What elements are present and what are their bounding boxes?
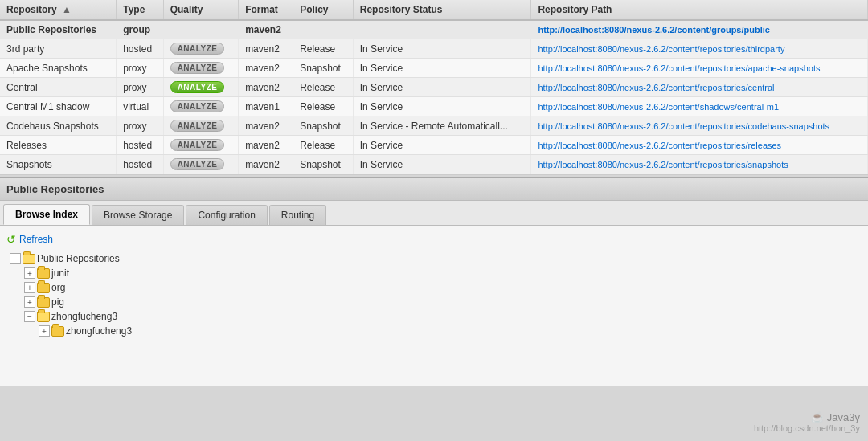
tree-node-label: pig xyxy=(51,296,64,308)
cell-path[interactable]: http://localhost:8080/nexus-2.6.2/conten… xyxy=(531,39,868,59)
table-header-row: Repository ▲ Type Quality Format Policy … xyxy=(0,0,868,20)
table-row[interactable]: Public Repositoriesgroupmaven2http://loc… xyxy=(0,20,868,39)
cell-type: hosted xyxy=(117,155,163,174)
cell-format: maven2 xyxy=(239,136,293,155)
tree-node-label: zhongfucheng3 xyxy=(51,311,117,322)
tree-children: +junit+org+pig−zhongfucheng3+zhongfuchen… xyxy=(10,266,862,338)
tree-node-wrapper: −zhongfucheng3+zhongfucheng3 xyxy=(24,309,862,338)
expand-icon[interactable]: + xyxy=(24,267,35,279)
col-header-repository[interactable]: Repository ▲ xyxy=(0,0,117,20)
refresh-button[interactable]: ↺ Refresh xyxy=(6,231,862,248)
repository-table-section: Repository ▲ Type Quality Format Policy … xyxy=(0,0,868,175)
cell-path[interactable]: http://localhost:8080/nexus-2.6.2/conten… xyxy=(531,116,868,136)
cell-type: hosted xyxy=(117,136,163,155)
cell-quality: ANALYZE xyxy=(163,116,238,136)
cell-status: In Service xyxy=(353,97,531,116)
cell-quality: ANALYZE xyxy=(163,78,238,97)
sort-arrow-icon: ▲ xyxy=(62,4,72,15)
tab-content-browse-index: ↺ Refresh −Public Repositories+junit+org… xyxy=(0,226,868,386)
cell-type: group xyxy=(117,20,163,39)
analyze-button[interactable]: ANALYZE xyxy=(170,158,225,170)
cell-quality: ANALYZE xyxy=(163,155,238,174)
cell-policy: Snapshot xyxy=(293,155,354,174)
cell-repository-name: Apache Snapshots xyxy=(0,59,117,78)
table-row[interactable]: SnapshotshostedANALYZEmaven2SnapshotIn S… xyxy=(0,155,868,174)
repo-path-link[interactable]: http://localhost:8080/nexus-2.6.2/conten… xyxy=(538,102,779,112)
collapse-icon[interactable]: − xyxy=(24,311,35,322)
cell-repository-name: Codehaus Snapshots xyxy=(0,116,117,136)
table-row[interactable]: 3rd partyhostedANALYZEmaven2ReleaseIn Se… xyxy=(0,39,868,59)
tree-node[interactable]: +org xyxy=(24,280,862,295)
folder-icon xyxy=(37,297,50,308)
refresh-label: Refresh xyxy=(19,234,53,245)
expand-icon[interactable]: + xyxy=(39,325,50,337)
analyze-button[interactable]: ANALYZE xyxy=(170,62,225,74)
col-header-status[interactable]: Repository Status xyxy=(353,0,531,20)
cell-quality: ANALYZE xyxy=(163,39,238,59)
table-row[interactable]: Apache SnapshotsproxyANALYZEmaven2Snapsh… xyxy=(0,59,868,78)
cell-type: proxy xyxy=(117,78,163,97)
cell-path[interactable]: http://localhost:8080/nexus-2.6.2/conten… xyxy=(531,20,868,39)
analyze-button[interactable]: ANALYZE xyxy=(170,81,225,93)
cell-format: maven2 xyxy=(239,78,293,97)
tree-node-label: junit xyxy=(51,267,69,279)
col-header-path[interactable]: Repository Path xyxy=(531,0,868,20)
col-header-quality[interactable]: Quality xyxy=(163,0,238,20)
cell-quality: ANALYZE xyxy=(163,97,238,116)
tab-browse-index[interactable]: Browse Index xyxy=(3,204,90,225)
tab-routing[interactable]: Routing xyxy=(269,205,326,225)
cell-quality: ANALYZE xyxy=(163,136,238,155)
repo-path-link[interactable]: http://localhost:8080/nexus-2.6.2/conten… xyxy=(538,141,781,150)
tree-node[interactable]: +pig xyxy=(24,295,862,309)
cell-quality xyxy=(163,20,238,39)
col-header-policy[interactable]: Policy xyxy=(293,0,354,20)
col-header-format[interactable]: Format xyxy=(239,0,293,20)
tree-node-wrapper: +zhongfucheng3 xyxy=(39,324,862,338)
repo-path-link[interactable]: http://localhost:8080/nexus-2.6.2/conten… xyxy=(538,83,774,92)
cell-path[interactable]: http://localhost:8080/nexus-2.6.2/conten… xyxy=(531,97,868,116)
repo-path-link[interactable]: http://localhost:8080/nexus-2.6.2/conten… xyxy=(538,25,770,35)
cell-policy: Release xyxy=(293,78,354,97)
folder-icon xyxy=(23,254,35,264)
tree-node-wrapper: +org xyxy=(24,280,862,295)
cell-repository-name: Central M1 shadow xyxy=(0,97,117,116)
cell-quality: ANALYZE xyxy=(163,59,238,78)
cell-path[interactable]: http://localhost:8080/nexus-2.6.2/conten… xyxy=(531,155,868,174)
table-row[interactable]: CentralproxyANALYZEmaven2ReleaseIn Servi… xyxy=(0,78,868,97)
cell-status: In Service xyxy=(353,78,531,97)
tree-node[interactable]: −Public Repositories xyxy=(10,251,862,266)
analyze-button[interactable]: ANALYZE xyxy=(170,100,225,112)
expand-icon[interactable]: + xyxy=(24,282,35,293)
repo-path-link[interactable]: http://localhost:8080/nexus-2.6.2/conten… xyxy=(538,160,788,169)
tab-browse-storage[interactable]: Browse Storage xyxy=(92,205,184,225)
cell-path[interactable]: http://localhost:8080/nexus-2.6.2/conten… xyxy=(531,136,868,155)
tree-node[interactable]: +junit xyxy=(24,266,862,280)
col-header-repository-label: Repository xyxy=(6,4,57,15)
cell-status: In Service xyxy=(353,155,531,174)
tab-configuration[interactable]: Configuration xyxy=(186,205,267,225)
table-row[interactable]: Central M1 shadowvirtualANALYZEmaven1Rel… xyxy=(0,97,868,116)
expand-icon[interactable]: + xyxy=(24,296,35,308)
analyze-button[interactable]: ANALYZE xyxy=(170,120,225,132)
cell-path[interactable]: http://localhost:8080/nexus-2.6.2/conten… xyxy=(531,59,868,78)
cell-path[interactable]: http://localhost:8080/nexus-2.6.2/conten… xyxy=(531,78,868,97)
repo-path-link[interactable]: http://localhost:8080/nexus-2.6.2/conten… xyxy=(538,121,829,131)
cell-status: In Service xyxy=(353,59,531,78)
analyze-button[interactable]: ANALYZE xyxy=(170,139,225,151)
cell-type: hosted xyxy=(117,39,163,59)
tree-node[interactable]: −zhongfucheng3 xyxy=(24,309,862,324)
cell-status xyxy=(353,20,531,39)
table-row[interactable]: ReleaseshostedANALYZEmaven2ReleaseIn Ser… xyxy=(0,136,868,155)
repo-path-link[interactable]: http://localhost:8080/nexus-2.6.2/conten… xyxy=(538,44,784,54)
analyze-button[interactable]: ANALYZE xyxy=(170,43,225,55)
cell-repository-name: 3rd party xyxy=(0,39,117,59)
tabs-bar: Browse Index Browse Storage Configuratio… xyxy=(0,201,868,226)
cell-format: maven2 xyxy=(239,20,293,39)
col-header-type[interactable]: Type xyxy=(117,0,163,20)
bottom-panel: Public Repositories Browse Index Browse … xyxy=(0,177,868,386)
tree-node-wrapper: +pig xyxy=(24,295,862,309)
repo-path-link[interactable]: http://localhost:8080/nexus-2.6.2/conten… xyxy=(538,63,820,73)
tree-node[interactable]: +zhongfucheng3 xyxy=(39,324,862,338)
table-row[interactable]: Codehaus SnapshotsproxyANALYZEmaven2Snap… xyxy=(0,116,868,136)
collapse-icon[interactable]: − xyxy=(10,253,21,264)
